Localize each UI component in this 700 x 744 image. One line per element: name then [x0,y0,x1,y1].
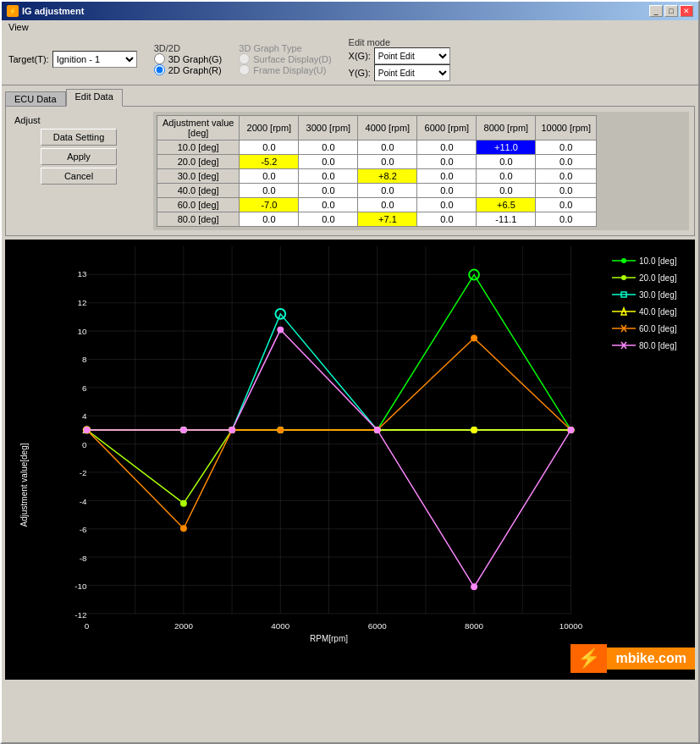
cell-0-4[interactable]: +11.0 [477,141,536,155]
col-header-2000: 2000 [rpm] [240,116,299,141]
col-header-3000: 3000 [rpm] [299,116,358,141]
app-icon: ⚡ [7,5,19,17]
col-header-4000: 4000 [rpm] [358,116,417,141]
legend-label-1: 20.0 [deg] [639,273,676,283]
radio-2d-input[interactable] [154,64,165,75]
svg-text:8: 8 [82,355,87,364]
3d2d-section: 3D/2D 3D Graph(G) 2D Graph(R) [154,43,223,75]
svg-point-80 [84,427,91,433]
legend-item-2: 30.0 [deg] [612,289,688,300]
graph-area: Adjustment value[deg] [5,240,695,680]
cell-2-1[interactable]: 0.0 [299,169,358,184]
tab-edit-data[interactable]: Edit Data [66,89,123,107]
y-label: Y(G): [349,68,371,78]
menu-bar: View [2,20,698,34]
cell-5-3[interactable]: 0.0 [417,212,477,227]
col-header-10000: 10000 [rpm] [536,116,597,141]
cell-4-0[interactable]: -7.0 [240,198,299,212]
watermark-icon: ⚡ [577,648,600,670]
target-group: Target(T): Ignition - 1 [8,51,137,68]
radio-3d-label: 3D Graph(G) [168,54,223,64]
svg-text:-2: -2 [80,468,87,477]
table-row: 60.0 [deg]-7.00.00.00.0+6.50.0 [157,198,597,212]
data-setting-button[interactable]: Data Setting [41,129,117,146]
legend-icon-3 [612,306,636,317]
surface-label: Surface Display(D) [253,54,331,64]
table-header-row: Adjustment value [deg] 2000 [rpm] 3000 [… [157,116,597,141]
cell-5-0[interactable]: 0.0 [240,212,299,227]
cell-0-1[interactable]: 0.0 [299,141,358,155]
cell-2-2[interactable]: +8.2 [358,169,417,184]
legend-icon-2 [612,289,636,300]
cell-5-2[interactable]: +7.1 [358,212,417,227]
legend-label-2: 30.0 [deg] [639,290,676,300]
cell-3-1[interactable]: 0.0 [299,184,358,198]
x-mode-select[interactable]: Point Edit Axis Edit Free Edit [374,47,450,64]
radio-2d[interactable]: 2D Graph(R) [154,64,223,75]
row-header-5: 80.0 [deg] [157,212,240,227]
menu-view[interactable]: View [5,20,32,34]
cell-1-1[interactable]: 0.0 [299,155,358,169]
svg-text:10: 10 [78,327,87,336]
cell-1-5[interactable]: 0.0 [536,155,597,169]
cell-4-4[interactable]: +6.5 [477,198,536,212]
table-row: 80.0 [deg]0.00.0+7.10.0-11.10.0 [157,212,597,227]
watermark: ⚡ mbike.com [570,644,695,673]
svg-text:-6: -6 [80,525,87,534]
radio-3d[interactable]: 3D Graph(G) [154,53,223,64]
svg-point-76 [277,427,284,433]
cell-3-4[interactable]: 0.0 [477,184,536,198]
cell-5-4[interactable]: -11.1 [477,212,536,227]
cell-3-0[interactable]: 0.0 [240,184,299,198]
legend-item-4: 60.0 [deg] [612,322,688,334]
table-row: 40.0 [deg]0.00.00.00.00.00.0 [157,184,597,198]
cell-0-5[interactable]: 0.0 [536,141,597,155]
apply-button[interactable]: Apply [41,148,117,165]
cell-1-2[interactable]: 0.0 [358,155,417,169]
cell-1-0[interactable]: -5.2 [240,155,299,169]
svg-text:-8: -8 [80,554,87,563]
cancel-button[interactable]: Cancel [41,168,117,185]
cell-3-3[interactable]: 0.0 [417,184,477,198]
cell-2-5[interactable]: 0.0 [536,169,597,184]
frame-label: Frame Display(U) [253,65,326,75]
legend-label-5: 80.0 [deg] [639,341,676,350]
target-select[interactable]: Ignition - 1 [52,51,137,68]
edit-mode-section: Edit mode X(G): Point Edit Axis Edit Fre… [349,37,450,81]
cell-4-1[interactable]: 0.0 [299,198,358,212]
cell-0-3[interactable]: 0.0 [417,141,477,155]
table-wrapper: Adjustment value [deg] 2000 [rpm] 3000 [… [153,112,689,230]
table-row: 20.0 [deg]-5.20.00.00.00.00.0 [157,155,597,169]
cell-1-3[interactable]: 0.0 [417,155,477,169]
cell-0-0[interactable]: 0.0 [240,141,299,155]
cell-3-5[interactable]: 0.0 [536,184,597,198]
cell-3-2[interactable]: 0.0 [358,184,417,198]
graph-legend: 10.0 [deg] 20.0 [deg] 30.0 [deg] [612,246,688,673]
toolbar: Target(T): Ignition - 1 3D/2D 3D Graph(G… [2,34,698,85]
svg-text:-4: -4 [80,497,87,506]
cell-1-4[interactable]: 0.0 [477,155,536,169]
cell-4-3[interactable]: 0.0 [417,198,477,212]
cell-4-2[interactable]: 0.0 [358,198,417,212]
tab-ecu-data[interactable]: ECU Data [5,91,66,106]
legend-icon-1 [612,272,636,284]
y-mode-select[interactable]: Point Edit Axis Edit Free Edit [374,64,450,81]
svg-text:8000: 8000 [465,621,483,631]
cell-5-5[interactable]: 0.0 [536,212,597,227]
legend-label-3: 40.0 [deg] [639,307,676,317]
cell-5-1[interactable]: 0.0 [299,212,358,227]
adjust-label: Adjust [14,115,143,125]
cell-4-5[interactable]: 0.0 [536,198,597,212]
cell-2-4[interactable]: 0.0 [477,169,536,184]
cell-2-0[interactable]: 0.0 [240,169,299,184]
close-button[interactable]: ✕ [680,5,693,17]
table-row: 10.0 [deg]0.00.00.00.0+11.00.0 [157,141,597,155]
table-body: 10.0 [deg]0.00.00.00.0+11.00.020.0 [deg]… [157,141,597,227]
minimize-button[interactable]: _ [649,5,663,17]
cell-2-3[interactable]: 0.0 [417,169,477,184]
svg-text:0: 0 [82,440,87,449]
radio-3d-input[interactable] [154,53,165,64]
svg-point-83 [277,327,284,333]
cell-0-2[interactable]: 0.0 [358,141,417,155]
maximize-button[interactable]: □ [664,5,678,17]
